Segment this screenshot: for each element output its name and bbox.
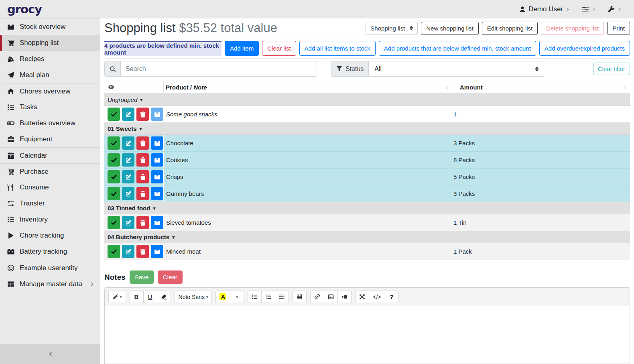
fullscreen-button[interactable] bbox=[355, 291, 369, 303]
delete-item-button[interactable] bbox=[136, 153, 149, 167]
add-to-stock-button[interactable] bbox=[151, 153, 163, 167]
sidebar-item-chores-overview[interactable]: Chores overview bbox=[0, 83, 100, 99]
group-row[interactable]: 03 Tinned food▾ bbox=[104, 202, 630, 214]
add-to-stock-button[interactable] bbox=[151, 170, 163, 183]
eye-icon bbox=[108, 84, 114, 90]
add-below-min-stock-button[interactable]: Add products that are below defined min.… bbox=[379, 41, 536, 56]
user-menu[interactable]: Demo User bbox=[519, 5, 570, 13]
delete-item-button[interactable] bbox=[136, 187, 149, 200]
edit-item-button[interactable] bbox=[122, 153, 134, 167]
sidebar-item-calendar[interactable]: Calendar bbox=[0, 147, 100, 163]
code-view-button[interactable]: </> bbox=[369, 291, 385, 303]
print-button[interactable]: Print bbox=[607, 22, 630, 35]
check-icon bbox=[111, 191, 117, 197]
sidebar-item-recipes[interactable]: Recipes bbox=[0, 51, 100, 67]
group-row[interactable]: 04 Butchery products▾ bbox=[104, 231, 630, 243]
help-button[interactable]: ? bbox=[385, 291, 399, 303]
add-to-stock-button[interactable] bbox=[151, 245, 163, 258]
style-magic-button[interactable]: ▾ bbox=[108, 291, 126, 303]
insert-video-button[interactable] bbox=[337, 291, 352, 303]
save-notes-button[interactable]: Save bbox=[130, 270, 154, 284]
paragraph-align-button[interactable] bbox=[275, 291, 289, 303]
sidebar-item-label: Example userentity bbox=[20, 264, 78, 272]
add-to-stock-button[interactable] bbox=[151, 136, 163, 150]
bold-button[interactable]: B bbox=[130, 291, 144, 303]
add-overdue-button[interactable]: Add overdue/expired products bbox=[539, 41, 630, 56]
sidebar-item-meal-plan[interactable]: Meal plan bbox=[0, 67, 100, 83]
add-to-stock-button[interactable] bbox=[151, 216, 163, 229]
delete-item-button[interactable] bbox=[136, 216, 149, 229]
add-item-button[interactable]: Add item bbox=[225, 41, 259, 56]
clear-list-button[interactable]: Clear list bbox=[262, 41, 296, 56]
underline-button[interactable]: U bbox=[143, 291, 157, 303]
sidebar-item-battery-tracking[interactable]: Battery tracking bbox=[0, 244, 100, 260]
settings-menu[interactable] bbox=[581, 6, 597, 13]
font-family-button[interactable]: Noto Sans▾ bbox=[175, 291, 212, 303]
delete-shopping-list-button[interactable]: Delete shopping list bbox=[541, 22, 604, 35]
insert-link-button[interactable] bbox=[310, 291, 324, 303]
sidebar-item-label: Consume bbox=[20, 183, 49, 191]
done-button[interactable] bbox=[108, 153, 120, 167]
done-button[interactable] bbox=[108, 245, 120, 258]
sidebar-item-stock-overview[interactable]: Stock overview bbox=[0, 19, 100, 35]
done-button[interactable] bbox=[108, 216, 120, 229]
font-color-button[interactable]: A bbox=[215, 291, 230, 303]
add-to-stock-button[interactable] bbox=[151, 108, 163, 121]
sidebar-item-shopping-list[interactable]: Shopping list bbox=[0, 35, 100, 51]
clear-notes-button[interactable]: Clear bbox=[158, 270, 183, 284]
insert-image-button[interactable] bbox=[324, 291, 338, 303]
delete-item-button[interactable] bbox=[136, 170, 149, 183]
delete-item-button[interactable] bbox=[136, 108, 149, 121]
product-column-header[interactable]: Product / Note ↑↓ bbox=[164, 84, 453, 91]
done-button[interactable] bbox=[108, 187, 120, 200]
admin-menu[interactable] bbox=[608, 6, 622, 13]
done-button[interactable] bbox=[108, 170, 120, 183]
sidebar-item-equipment[interactable]: Equipment bbox=[0, 131, 100, 147]
sidebar-item-consume[interactable]: Consume bbox=[0, 179, 100, 195]
edit-item-button[interactable] bbox=[122, 245, 134, 258]
grocy-logo[interactable]: grocy bbox=[0, 2, 100, 16]
done-button[interactable] bbox=[108, 108, 120, 121]
group-row[interactable]: 01 Sweets▾ bbox=[104, 123, 630, 135]
sidebar-item-batteries-overview[interactable]: Batteries overview bbox=[0, 115, 100, 131]
sidebar-item-purchase[interactable]: Purchase bbox=[0, 163, 100, 179]
sidebar-item-chore-tracking[interactable]: Chore tracking bbox=[0, 228, 100, 244]
sidebar-item-example-userentity[interactable]: Example userentity bbox=[0, 260, 100, 276]
clear-formatting-button[interactable] bbox=[157, 291, 171, 303]
sidebar-item-label: Inventory bbox=[20, 216, 48, 224]
clear-filter-button[interactable]: Clear filter bbox=[593, 63, 630, 75]
unordered-list-button[interactable] bbox=[248, 291, 262, 303]
fullscreen-arrows-icon bbox=[359, 294, 365, 300]
sidebar-item-tasks[interactable]: Tasks bbox=[0, 99, 100, 115]
trash-icon bbox=[140, 220, 146, 226]
ordered-list-button[interactable] bbox=[261, 291, 275, 303]
edit-item-button[interactable] bbox=[122, 108, 134, 121]
group-row[interactable]: Ungrouped▾ bbox=[104, 94, 630, 106]
trash-icon bbox=[140, 140, 146, 146]
notes-text-area[interactable] bbox=[105, 306, 630, 364]
edit-item-button[interactable] bbox=[122, 216, 134, 229]
amount-column-header[interactable]: Amount ↑↓ bbox=[453, 84, 630, 91]
insert-table-button[interactable] bbox=[293, 291, 307, 303]
delete-item-button[interactable] bbox=[136, 245, 149, 258]
sidebar-item-manage-master-data[interactable]: Manage master data bbox=[0, 276, 100, 292]
below-min-stock-alert[interactable]: 4 products are below defined min. stock … bbox=[104, 41, 221, 56]
shopping-list-select[interactable]: Shopping list bbox=[366, 22, 418, 35]
sidebar-item-inventory[interactable]: Inventory bbox=[0, 211, 100, 228]
font-color-dropdown-button[interactable]: ▾ bbox=[230, 291, 244, 303]
edit-shopping-list-button[interactable]: Edit shopping list bbox=[482, 22, 538, 35]
add-to-stock-button[interactable] bbox=[151, 187, 163, 200]
visibility-column-header[interactable] bbox=[104, 81, 164, 93]
sidebar-item-transfer[interactable]: Transfer bbox=[0, 195, 100, 211]
edit-item-button[interactable] bbox=[122, 187, 134, 200]
done-button[interactable] bbox=[108, 136, 120, 150]
search-input[interactable] bbox=[121, 61, 317, 77]
new-shopping-list-button[interactable]: New shopping list bbox=[421, 22, 479, 35]
sidebar-collapse-button[interactable] bbox=[0, 344, 100, 364]
table-row: Cookies 8 Packs bbox=[104, 152, 630, 169]
add-all-to-stock-button[interactable]: Add all list items to stock bbox=[299, 41, 376, 56]
status-select[interactable]: All bbox=[369, 61, 544, 77]
edit-item-button[interactable] bbox=[122, 136, 134, 150]
edit-item-button[interactable] bbox=[122, 170, 134, 183]
delete-item-button[interactable] bbox=[136, 136, 149, 150]
